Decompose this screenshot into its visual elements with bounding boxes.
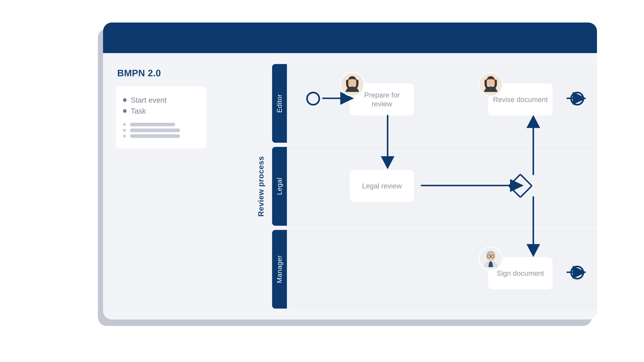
bullet-icon [123, 123, 126, 126]
pool-title: Review process [256, 64, 266, 309]
task-legal-review[interactable]: Legal review [350, 170, 414, 202]
bullet-icon [123, 129, 126, 132]
task-label: Sign document [497, 269, 544, 278]
lane-editor: Editor Prepare for review [272, 64, 597, 143]
lane-header: Editor [272, 64, 287, 143]
palette-item-placeholder[interactable] [123, 134, 199, 138]
content: BMPN 2.0 Start event Task [103, 53, 597, 320]
lanes: Editor Prepare for review [272, 64, 597, 309]
lane-body[interactable]: Sign document [287, 230, 597, 309]
bullet-icon [123, 135, 126, 138]
lane-header-label: Legal [276, 178, 283, 195]
task-label: Revise document [493, 95, 548, 104]
palette-item-label: Start event [131, 96, 166, 104]
lane-header: Legal [272, 147, 287, 226]
person-icon [480, 247, 502, 270]
palette-card: Start event Task [116, 86, 206, 148]
sidebar-title: BMPN 2.0 [117, 67, 226, 78]
avatar [478, 72, 503, 96]
palette-item-placeholder[interactable] [123, 129, 199, 132]
bullet-icon [123, 109, 126, 113]
stage: BMPN 2.0 Start event Task [0, 0, 644, 362]
end-event-icon[interactable] [570, 92, 584, 105]
lane-header-label: Editor [276, 94, 283, 113]
person-icon [480, 73, 502, 96]
palette-item-start-event[interactable]: Start event [123, 96, 199, 104]
sidebar: BMPN 2.0 Start event Task [103, 53, 238, 320]
avatar [478, 246, 503, 271]
placeholder-bar [130, 134, 180, 138]
diagram-area[interactable]: Review process Editor Prepare for review [238, 53, 597, 320]
palette-item-placeholder[interactable] [123, 123, 199, 126]
palette-item-task[interactable]: Task [123, 107, 199, 115]
pool-title-label: Review process [256, 156, 265, 217]
lane-manager: Manager Sign document [272, 230, 597, 309]
lane-body[interactable]: Legal review [287, 147, 597, 226]
gateway-icon[interactable] [508, 173, 533, 199]
end-event-icon[interactable] [570, 266, 584, 280]
lane-legal: Legal Legal review [272, 147, 597, 226]
task-label: Prepare for review [354, 91, 409, 108]
bullet-icon [123, 98, 126, 102]
placeholder-bar [130, 129, 180, 132]
lane-header: Manager [272, 230, 287, 309]
app-window: BMPN 2.0 Start event Task [103, 22, 597, 320]
lane-header-label: Manager [276, 255, 283, 283]
lane-body[interactable]: Prepare for review [287, 64, 597, 143]
avatar [340, 72, 364, 96]
person-icon [341, 73, 364, 96]
task-label: Legal review [362, 181, 402, 190]
titlebar [103, 22, 597, 53]
placeholder-bar [130, 123, 175, 126]
start-event-icon[interactable] [306, 92, 320, 105]
palette-item-label: Task [131, 107, 146, 115]
